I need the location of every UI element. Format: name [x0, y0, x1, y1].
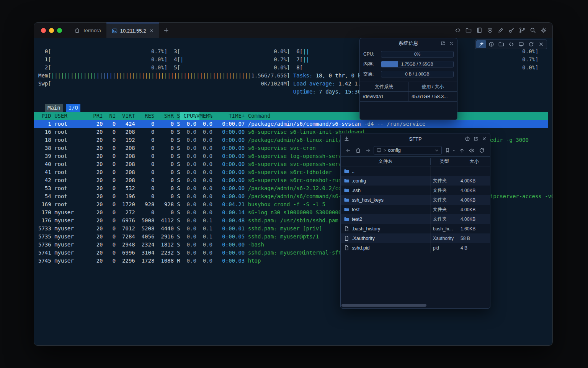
file-row[interactable]: .bash_historybash_hi...1.60KB	[341, 224, 490, 233]
file-size: 4.00KB	[458, 178, 490, 184]
horizontal-scrollbar[interactable]	[341, 304, 426, 307]
file-name: test2	[352, 217, 362, 222]
sysinfo-meters: CPU:0%内存:1.75GB / 7.65GB交换:0 B / 1.00GB	[360, 48, 457, 79]
column-PRI[interactable]: PRI	[83, 112, 103, 120]
close-tab-button[interactable]	[149, 28, 154, 33]
code-button[interactable]	[506, 40, 516, 48]
column-CPU%[interactable]: CPU%∇	[180, 112, 200, 120]
refresh-button[interactable]	[526, 40, 536, 48]
close-panel-button[interactable]	[449, 41, 454, 46]
search-icon	[530, 27, 536, 33]
folder-button[interactable]	[496, 40, 506, 48]
column-S[interactable]: S	[174, 112, 180, 120]
file-row[interactable]: ..	[341, 166, 490, 176]
notebook-button[interactable]	[475, 26, 483, 34]
cpu-meter-label: 0	[38, 48, 48, 56]
file-size: 58 B	[458, 236, 490, 241]
mem-label: Mem	[38, 72, 48, 80]
cpu-meter-label: 7	[296, 56, 299, 64]
column-PID[interactable]: PID	[38, 112, 51, 120]
size-column-header[interactable]: 大小	[458, 158, 490, 165]
file-size: 4.00KB	[458, 207, 490, 212]
file-row[interactable]: test2文件夹4.00KB	[341, 214, 490, 224]
folder-button[interactable]	[464, 26, 473, 34]
file-row[interactable]: .config文件夹4.00KB	[341, 176, 490, 186]
parent-directory-button[interactable]	[457, 146, 466, 154]
column-MEM%[interactable]: MEM%	[199, 112, 212, 120]
new-tab-button[interactable]	[159, 23, 173, 38]
column-TIME+[interactable]: TIME+	[212, 112, 245, 120]
close-window-button[interactable]	[41, 28, 46, 33]
file-row[interactable]: .ssh文件夹4.00KB	[341, 186, 490, 195]
cpu-meter-row: 0[0.7%] 3[0.0%] 6[||0.0%]	[34, 48, 552, 56]
file-type: 文件夹	[431, 195, 458, 205]
column-RES[interactable]: RES	[135, 112, 155, 120]
back-button[interactable]	[344, 146, 352, 154]
pin-button[interactable]	[476, 40, 486, 48]
gear-icon	[541, 27, 547, 33]
show-hidden-button[interactable]	[467, 146, 476, 154]
close-panel-button[interactable]	[482, 136, 487, 141]
zoom-window-button[interactable]	[57, 28, 62, 33]
close-button[interactable]	[536, 40, 546, 48]
gear-button[interactable]	[539, 26, 548, 34]
file-row[interactable]: ssh_host_keys文件夹4.00KB	[341, 195, 490, 205]
filesystem-row[interactable]: /dev/vda1 45.61GB / 58.3...	[360, 92, 457, 102]
branch-button[interactable]	[518, 26, 526, 34]
forward-button[interactable]	[364, 146, 372, 154]
htop-screen-I/O[interactable]: I/O	[66, 104, 80, 112]
search-button[interactable]	[529, 26, 537, 34]
tab-termora-home[interactable]: Termora	[69, 23, 106, 38]
file-name: test	[352, 207, 359, 212]
home-icon	[355, 148, 361, 153]
bookmarks-button[interactable]	[443, 146, 452, 154]
file-row[interactable]: test文件夹4.00KB	[341, 205, 490, 214]
home-button[interactable]	[354, 146, 362, 154]
refresh-button[interactable]	[477, 146, 486, 154]
tab-ssh-session[interactable]: 10.211.55.2	[106, 23, 160, 38]
sysinfo-meter-bar: 0 B / 1.00GB	[381, 71, 454, 77]
file-row[interactable]: sshd.pidpid4 B	[341, 243, 490, 253]
column-USER[interactable]: USER	[54, 112, 83, 120]
htop-screen-Main[interactable]: Main	[45, 104, 63, 112]
titlebar-actions	[454, 23, 552, 38]
pin-icon	[479, 41, 484, 47]
path-bar[interactable]: > config	[374, 146, 442, 154]
arrow-up-icon	[459, 148, 465, 153]
sysinfo-meter-label: CPU:	[363, 51, 378, 57]
file-row[interactable]: .XauthorityXauthority58 B	[341, 233, 490, 243]
column-Command[interactable]: Command	[248, 112, 271, 120]
help-button[interactable]	[465, 136, 470, 141]
process-row[interactable]: 1 root20042400S0.0 0.00:00.07 /package/a…	[34, 120, 548, 128]
display-button[interactable]	[516, 40, 526, 48]
column-SHR[interactable]: SHR	[154, 112, 174, 120]
sysinfo-meter-label: 内存:	[363, 61, 378, 67]
type-column-header[interactable]: 类型	[431, 158, 458, 165]
sysinfo-titlebar: 系统信息	[360, 38, 457, 48]
key-button[interactable]	[507, 26, 516, 34]
htop-table-header[interactable]: PID USERPRINIVIRTRESSHRSCPU%∇MEM%TIME+ C…	[34, 112, 548, 120]
transfers-button[interactable]	[344, 136, 350, 142]
chevron-down-icon	[434, 148, 439, 153]
sftp-title: SFTP	[409, 136, 421, 142]
bookmarks-dropdown[interactable]	[452, 148, 456, 153]
code-button[interactable]	[454, 26, 462, 34]
filesystem-table-header: 文件系统 使用 / 大小	[360, 82, 457, 92]
column-VIRT[interactable]: VIRT	[116, 112, 135, 120]
minimize-window-button[interactable]	[49, 28, 54, 33]
open-in-window-button[interactable]	[473, 136, 479, 141]
filename-column-header[interactable]: 文件名	[341, 158, 431, 165]
edit-button[interactable]	[497, 26, 505, 34]
eye-icon	[469, 148, 475, 153]
info-button[interactable]	[486, 40, 496, 48]
folder-icon	[498, 41, 504, 47]
folderfill-icon	[344, 187, 350, 193]
swp-meter: 0K/1024M	[51, 80, 287, 88]
session-tab-label: 10.211.55.2	[120, 28, 146, 34]
column-NI[interactable]: NI	[103, 112, 116, 120]
sysinfo-meter-row: 内存:1.75GB / 7.65GB	[363, 59, 454, 69]
record-button[interactable]	[486, 26, 494, 34]
arrow-left-icon	[345, 148, 351, 153]
sftp-table-header[interactable]: 文件名 类型 大小	[341, 156, 490, 166]
open-in-window-button[interactable]	[440, 41, 446, 46]
